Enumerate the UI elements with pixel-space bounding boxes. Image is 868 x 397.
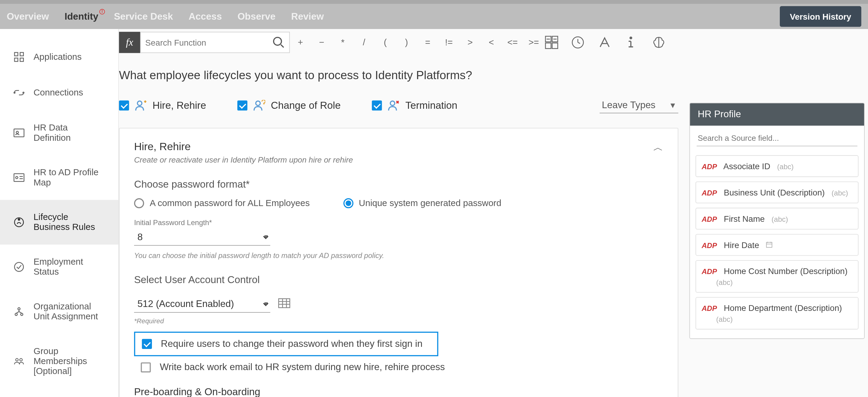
hr-field-name: Associate ID	[723, 161, 770, 171]
svg-rect-28	[552, 43, 558, 48]
lifecycle-hire-label: Hire, Rehire	[153, 100, 206, 112]
sidebar-item-applications[interactable]: Applications	[0, 39, 118, 74]
hr-profile-title: HR Profile	[690, 103, 864, 126]
lifecycle-change[interactable]: Change of Role	[238, 100, 341, 112]
svg-point-35	[630, 37, 632, 39]
groups-icon	[13, 356, 25, 367]
tab-review[interactable]: Review	[291, 11, 324, 22]
op-plus[interactable]: +	[290, 37, 311, 48]
op-neq[interactable]: !=	[438, 37, 459, 48]
op-eq[interactable]: =	[417, 37, 438, 48]
tab-overview[interactable]: Overview	[7, 11, 49, 22]
hr-field-item[interactable]: ADP Home Department (Description) (abc)	[695, 297, 859, 329]
op-lte[interactable]: <=	[502, 37, 523, 48]
checkbox-hire[interactable]	[119, 101, 129, 111]
checkbox-change-password-label: Require users to change their password w…	[161, 338, 422, 349]
checkbox-change[interactable]	[238, 101, 247, 111]
svg-line-24	[281, 45, 284, 48]
tab-identity-label: Identity	[65, 11, 98, 22]
user-plus-icon	[134, 100, 147, 111]
hr-field-name: Hire Date	[724, 240, 759, 250]
hr-field-item[interactable]: ADP Associate ID (abc)	[695, 155, 859, 177]
op-mult[interactable]: *	[332, 37, 353, 48]
checkbox-change-password[interactable]	[142, 339, 152, 349]
hr-field-type: (abc)	[772, 215, 788, 223]
sidebar-item-label: Lifecycle Business Rules	[33, 212, 105, 232]
sidebar-item-connections[interactable]: Connections	[0, 75, 118, 111]
hr-field-item[interactable]: ADP First Name (abc)	[695, 208, 859, 230]
svg-point-4	[14, 92, 15, 93]
hr-profile-list[interactable]: ADP Associate ID (abc) ADP Business Unit…	[690, 151, 864, 338]
checkbox-termination[interactable]	[372, 101, 382, 111]
op-gt[interactable]: >	[459, 37, 480, 48]
info-icon[interactable]	[625, 36, 651, 49]
checkbox-row-change-password[interactable]: Require users to change their password w…	[134, 332, 438, 356]
hr-field-item[interactable]: ADP Hire Date	[695, 234, 859, 255]
required-note: *Required	[134, 317, 663, 325]
op-div[interactable]: /	[353, 37, 374, 48]
sidebar-item-profile-map[interactable]: HR to AD Profile Map	[0, 155, 118, 200]
op-gte[interactable]: >=	[523, 37, 544, 48]
op-lparen[interactable]: (	[374, 37, 396, 48]
password-length-select[interactable]: 8	[134, 229, 270, 246]
hr-field-item[interactable]: ADP Business Unit (Description) (abc)	[695, 182, 859, 203]
sidebar-item-label: HR to AD Profile Map	[33, 167, 105, 188]
op-minus[interactable]: −	[311, 37, 332, 48]
svg-point-44	[390, 101, 395, 106]
person-card-icon	[13, 127, 25, 139]
sidebar-item-groups[interactable]: Group Memberships [Optional]	[0, 334, 118, 389]
link-icon	[13, 87, 25, 98]
checkbox-writeback[interactable]	[141, 363, 151, 372]
svg-rect-2	[14, 58, 18, 61]
sidebar-item-hr-data[interactable]: HR Data Definition	[0, 111, 118, 155]
svg-point-14	[14, 263, 24, 272]
fx-button[interactable]: fx	[119, 32, 140, 53]
leave-types-select[interactable]: Leave Types	[599, 98, 678, 113]
hr-field-item[interactable]: ADP Home Cost Number (Description) (abc)	[695, 260, 859, 293]
user-x-icon	[388, 100, 400, 111]
svg-rect-6	[14, 129, 24, 137]
chevron-up-icon[interactable]: ︿	[653, 141, 663, 154]
lifecycle-hire[interactable]: Hire, Rehire	[119, 100, 206, 112]
hr-field-type: (abc)	[716, 278, 852, 286]
tab-identity[interactable]: Identity !	[65, 11, 98, 22]
checkbox-row-writeback[interactable]: Write back work email to HR system durin…	[134, 356, 663, 378]
sidebar-item-label: Applications	[33, 52, 82, 62]
hr-profile-search-input[interactable]	[697, 130, 858, 147]
table-icon[interactable]	[278, 298, 290, 308]
svg-point-43	[256, 101, 260, 106]
svg-point-15	[18, 308, 20, 310]
svg-rect-27	[546, 43, 551, 48]
clock-icon[interactable]	[571, 36, 598, 49]
brain-icon[interactable]	[651, 36, 678, 49]
font-icon[interactable]	[598, 36, 625, 49]
search-icon[interactable]	[272, 36, 285, 49]
svg-point-16	[15, 313, 17, 315]
tab-access[interactable]: Access	[189, 11, 222, 22]
radio-unique-label: Unique system generated password	[359, 198, 501, 208]
sidebar-item-ou[interactable]: Organizational Unit Assignment	[0, 289, 118, 334]
table-grid-icon[interactable]	[544, 35, 571, 50]
tab-service-desk[interactable]: Service Desk	[114, 11, 173, 22]
radio-common-password[interactable]: A common password for ALL Employees	[134, 198, 310, 208]
sidebar-item-employment[interactable]: Employment Status	[0, 245, 118, 289]
radio-unique-password[interactable]: Unique system generated password	[343, 198, 501, 208]
user-cycle-icon	[253, 100, 265, 111]
hr-field-name: First Name	[724, 214, 765, 223]
check-circle-icon	[13, 261, 25, 273]
search-function-input[interactable]	[145, 38, 272, 47]
grid-icon	[13, 51, 25, 63]
tab-observe[interactable]: Observe	[238, 11, 275, 22]
version-history-button[interactable]: Version History	[780, 6, 861, 27]
uac-select[interactable]: 512 (Account Enabled)	[134, 296, 270, 313]
svg-point-22	[20, 359, 22, 361]
op-lt[interactable]: <	[480, 37, 502, 48]
sidebar-item-label: HR Data Definition	[33, 123, 105, 143]
svg-point-23	[274, 37, 281, 45]
svg-point-9	[16, 177, 18, 179]
password-format-label: Choose password format*	[134, 179, 663, 190]
lifecycle-termination[interactable]: Termination	[372, 100, 457, 112]
op-rparen[interactable]: )	[396, 37, 417, 48]
sidebar-item-lifecycle[interactable]: Lifecycle Business Rules	[0, 200, 118, 245]
id-card-icon	[13, 172, 25, 183]
